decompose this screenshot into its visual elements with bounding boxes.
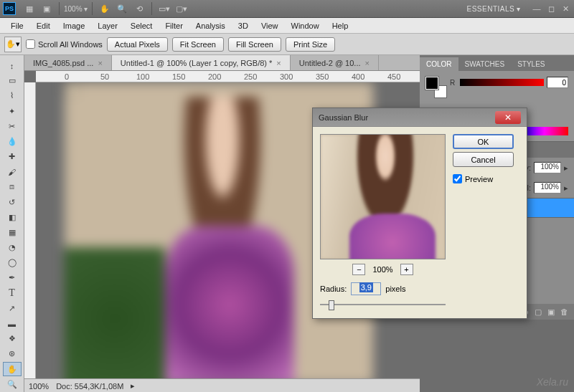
hand-tool-icon[interactable]: ✋	[3, 362, 22, 376]
ruler-horizontal[interactable]: 0 50 100 150 200 250 300 350 400 450	[36, 71, 420, 82]
healing-tool-icon[interactable]: ✚	[3, 150, 22, 163]
stamp-tool-icon[interactable]: ⧈	[3, 180, 22, 193]
menu-layer[interactable]: Layer	[91, 19, 124, 32]
hand-tool-icon[interactable]: ✋	[97, 1, 113, 16]
zoom-level-label[interactable]: 100% ▾	[64, 1, 88, 16]
new-layer-icon[interactable]: ▣	[547, 307, 555, 317]
r-slider[interactable]	[460, 79, 544, 86]
close-tab-icon[interactable]: ×	[276, 59, 281, 67]
cancel-button[interactable]: Cancel	[453, 152, 514, 167]
menu-window[interactable]: Window	[285, 19, 326, 32]
dodge-tool-icon[interactable]: ◯	[3, 256, 22, 269]
workspace-switcher[interactable]: ESSENTIALS ▾	[467, 5, 521, 13]
maximize-button[interactable]: ◻	[545, 4, 557, 14]
mini-bridge-icon[interactable]: ▣	[39, 1, 55, 16]
wand-tool-icon[interactable]: ✦	[3, 105, 22, 118]
gradient-tool-icon[interactable]: ▦	[3, 226, 22, 239]
folder-icon[interactable]: ▢	[535, 307, 542, 317]
pen-tool-icon[interactable]: ✒	[3, 271, 22, 285]
tab-styles[interactable]: STYLES	[511, 57, 551, 71]
minimize-button[interactable]: —	[531, 4, 542, 14]
trash-icon[interactable]: 🗑	[560, 307, 568, 316]
zoom-out-button[interactable]: −	[352, 264, 365, 275]
menu-help[interactable]: Help	[326, 19, 355, 32]
lasso-tool-icon[interactable]: ⌇	[3, 89, 22, 102]
close-tab-icon[interactable]: ×	[98, 59, 102, 67]
arrange-docs-icon[interactable]: ▭▾	[156, 1, 172, 16]
tab-color[interactable]: COLOR	[420, 57, 458, 71]
menu-analysis[interactable]: Analysis	[189, 19, 232, 32]
dialog-title-bar[interactable]: Gaussian Blur ✕	[313, 108, 527, 127]
tab-swatches[interactable]: SWATCHES	[458, 57, 512, 71]
zoom-tool-icon[interactable]: 🔍	[114, 1, 130, 16]
ok-button[interactable]: OK	[453, 134, 514, 149]
options-bar: ✋▾ Scroll All Windows Actual Pixels Fit …	[0, 34, 574, 55]
opacity-value[interactable]: 100%	[534, 162, 561, 173]
menu-edit[interactable]: Edit	[30, 19, 57, 32]
scroll-all-windows-check[interactable]: Scroll All Windows	[26, 39, 103, 49]
print-size-button[interactable]: Print Size	[286, 37, 335, 52]
3d-tool-icon[interactable]: ❖	[3, 332, 22, 345]
dialog-close-button[interactable]: ✕	[495, 111, 521, 124]
fill-value[interactable]: 100%	[534, 182, 561, 193]
history-brush-icon[interactable]: ↺	[3, 196, 22, 209]
blur-tool-icon[interactable]: ◔	[3, 241, 22, 254]
menu-3d[interactable]: 3D	[232, 19, 255, 32]
watermark: Xela.ru	[537, 376, 568, 388]
zoom-in-button[interactable]: +	[400, 264, 413, 275]
fill-arrow-icon[interactable]: ▸	[564, 183, 568, 193]
opacity-arrow-icon[interactable]: ▸	[564, 163, 568, 173]
tab-label: Untitled-1 @ 100% (Layer 1 copy, RGB/8) …	[121, 59, 273, 67]
close-tab-icon[interactable]: ×	[365, 59, 370, 67]
menu-select[interactable]: Select	[124, 19, 159, 32]
screen-mode-icon[interactable]: ▢▾	[174, 1, 189, 16]
brush-tool-icon[interactable]: 🖌	[3, 165, 22, 178]
document-tabs: IMG_4085.psd ... × Untitled-1 @ 100% (La…	[24, 55, 420, 71]
slider-r-label: R	[450, 79, 457, 87]
fit-screen-button[interactable]: Fit Screen	[172, 37, 224, 52]
marquee-tool-icon[interactable]: ▭	[3, 74, 22, 87]
menu-image[interactable]: Image	[57, 19, 92, 32]
crop-tool-icon[interactable]: ✂	[3, 120, 22, 133]
menu-view[interactable]: View	[255, 19, 285, 32]
fill-screen-button[interactable]: Fill Screen	[228, 37, 281, 52]
doc-size: Doc: 554,3K/1,08M	[56, 382, 123, 391]
status-arrow-icon[interactable]: ▸	[131, 381, 135, 391]
fg-bg-swatch[interactable]	[425, 77, 447, 98]
status-bar: 100% Doc: 554,3K/1,08M ▸	[24, 378, 420, 392]
preview-zoom-value: 100%	[372, 265, 392, 274]
eraser-tool-icon[interactable]: ◧	[3, 211, 22, 224]
rotate-view-icon[interactable]: ⟲	[131, 1, 147, 16]
move-tool-icon[interactable]: ↕	[3, 59, 22, 72]
tools-panel: ↕ ▭ ⌇ ✦ ✂ 💧 ✚ 🖌 ⧈ ↺ ◧ ▦ ◔ ◯ ✒ T ↗ ▬ ❖ ⊛ …	[0, 55, 24, 392]
document-tab[interactable]: Untitled-1 @ 100% (Layer 1 copy, RGB/8) …	[112, 55, 291, 70]
slider-thumb[interactable]	[329, 300, 334, 310]
radius-slider[interactable]	[320, 298, 446, 311]
launch-bridge-icon[interactable]: ▦	[22, 1, 37, 16]
actual-pixels-button[interactable]: Actual Pixels	[107, 37, 168, 52]
document-tab[interactable]: IMG_4085.psd ... ×	[24, 55, 112, 70]
menu-file[interactable]: File	[4, 19, 30, 32]
zoom-value[interactable]: 100%	[29, 382, 49, 391]
document-tab[interactable]: Untitled-2 @ 10... ×	[291, 55, 379, 70]
radius-input[interactable]: 3,9	[351, 282, 381, 295]
menu-filter[interactable]: Filter	[159, 19, 189, 32]
scroll-all-checkbox[interactable]	[26, 39, 35, 49]
type-tool-icon[interactable]: T	[3, 287, 22, 300]
path-tool-icon[interactable]: ↗	[3, 302, 22, 315]
preview-image[interactable]	[320, 134, 446, 259]
r-value-input[interactable]	[547, 77, 568, 88]
tab-label: IMG_4085.psd ...	[33, 59, 93, 67]
current-tool-icon[interactable]: ✋▾	[4, 37, 22, 52]
scroll-all-label: Scroll All Windows	[38, 40, 103, 49]
preview-check[interactable]: Preview	[453, 174, 514, 183]
camera-tool-icon[interactable]: ⊛	[3, 347, 22, 360]
preview-label: Preview	[465, 175, 493, 183]
preview-checkbox[interactable]	[453, 174, 462, 183]
shape-tool-icon[interactable]: ▬	[3, 317, 22, 330]
zoom-tool-icon[interactable]: 🔍	[3, 378, 22, 391]
eyedropper-tool-icon[interactable]: 💧	[3, 135, 22, 148]
close-window-button[interactable]: ✕	[560, 4, 571, 14]
radius-unit: pixels	[385, 285, 405, 293]
ruler-vertical[interactable]	[24, 82, 36, 392]
